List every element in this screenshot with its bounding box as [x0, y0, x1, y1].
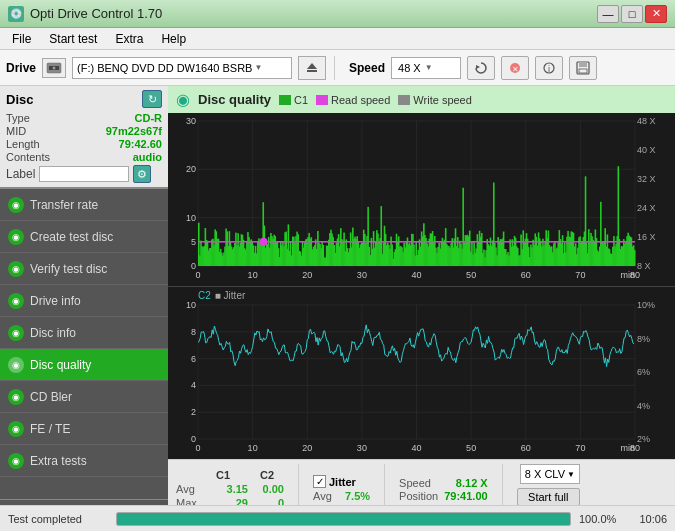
sidebar-item-cd-bler[interactable]: ◉ CD Bler — [0, 381, 168, 413]
sidebar-item-disc-info[interactable]: ◉ Disc info — [0, 317, 168, 349]
sidebar-item-drive-info-label: Drive info — [30, 294, 81, 308]
jitter-avg-label: Avg — [313, 490, 341, 502]
c1-chart-canvas — [168, 113, 675, 286]
sidebar-item-fe-te[interactable]: ◉ FE / TE — [0, 413, 168, 445]
svg-point-2 — [53, 66, 56, 69]
position-val: 79:41.00 — [444, 490, 487, 502]
status-text: Test completed — [8, 513, 108, 525]
menu-start-test[interactable]: Start test — [41, 30, 105, 48]
disc-mid-key: MID — [6, 125, 26, 137]
extra-tests-icon: ◉ — [8, 453, 24, 469]
jitter-avg-val: 7.5% — [345, 490, 370, 502]
legend-read-speed-color — [316, 95, 328, 105]
c1-chart — [168, 113, 675, 287]
disc-length-key: Length — [6, 138, 40, 150]
chart-header: ◉ Disc quality C1 Read speed Write speed — [168, 86, 675, 113]
chart-title: Disc quality — [198, 92, 271, 107]
disc-label-icon-button[interactable]: ⚙ — [133, 165, 151, 183]
clv-arrow: ▼ — [567, 470, 575, 479]
toolbar-separator — [334, 56, 335, 80]
sidebar-item-transfer-rate-label: Transfer rate — [30, 198, 98, 212]
content-area: ◉ Disc quality C1 Read speed Write speed — [168, 86, 675, 531]
sidebar-item-disc-quality[interactable]: ◉ Disc quality — [0, 349, 168, 381]
charts-container — [168, 113, 675, 459]
legend-write-speed-label: Write speed — [413, 94, 472, 106]
status-time: 10:06 — [627, 513, 667, 525]
erase-button[interactable]: ✕ — [501, 56, 529, 80]
legend-read-speed-label: Read speed — [331, 94, 390, 106]
svg-text:i: i — [548, 64, 550, 74]
disc-contents-key: Contents — [6, 151, 50, 163]
drive-icon — [42, 58, 66, 78]
menu-extra[interactable]: Extra — [107, 30, 151, 48]
svg-rect-12 — [579, 69, 587, 73]
sidebar-item-fe-te-label: FE / TE — [30, 422, 70, 436]
clv-dropdown[interactable]: 8 X CLV ▼ — [520, 464, 580, 484]
disc-mid-value: 97m22s67f — [106, 125, 162, 137]
speed-key: Speed — [399, 477, 431, 489]
position-key: Position — [399, 490, 438, 502]
speed-selector[interactable]: 48 X ▼ — [391, 57, 461, 79]
save-button[interactable] — [569, 56, 597, 80]
svg-rect-11 — [579, 62, 587, 67]
legend-c1: C1 — [279, 94, 308, 106]
sidebar-item-extra-tests[interactable]: ◉ Extra tests — [0, 445, 168, 477]
sidebar-item-verify-test-disc[interactable]: ◉ Verify test disc — [0, 253, 168, 285]
start-full-button[interactable]: Start full — [517, 488, 580, 506]
sidebar-item-verify-test-disc-label: Verify test disc — [30, 262, 107, 276]
sidebar-item-disc-quality-label: Disc quality — [30, 358, 91, 372]
svg-rect-4 — [307, 70, 317, 72]
legend-write-speed-color — [398, 95, 410, 105]
drive-label: Drive — [6, 61, 36, 75]
c2-jitter-chart-canvas — [168, 287, 675, 459]
sidebar-item-create-test-disc[interactable]: ◉ Create test disc — [0, 221, 168, 253]
speed-val: 8.12 X — [456, 477, 488, 489]
minimize-button[interactable]: — — [597, 5, 619, 23]
avg-c1: 3.15 — [212, 483, 248, 495]
refresh-button[interactable] — [467, 56, 495, 80]
avg-label: Avg — [176, 483, 204, 495]
drive-selector[interactable]: (F:) BENQ DVD DD DW1640 BSRB ▼ — [72, 57, 292, 79]
legend-write-speed: Write speed — [398, 94, 472, 106]
disc-length-value: 79:42.60 — [119, 138, 162, 150]
status-bar: Test completed 100.0% 10:06 — [0, 505, 675, 531]
disc-quality-chart-icon: ◉ — [176, 90, 190, 109]
window-controls: — □ ✕ — [597, 5, 667, 23]
status-percent: 100.0% — [579, 513, 619, 525]
menu-help[interactable]: Help — [153, 30, 194, 48]
disc-refresh-button[interactable]: ↻ — [142, 90, 162, 108]
maximize-button[interactable]: □ — [621, 5, 643, 23]
cd-bler-icon: ◉ — [8, 389, 24, 405]
sidebar-item-create-test-disc-label: Create test disc — [30, 230, 113, 244]
menu-file[interactable]: File — [4, 30, 39, 48]
transfer-rate-icon: ◉ — [8, 197, 24, 213]
fe-te-icon: ◉ — [8, 421, 24, 437]
menu-bar: File Start test Extra Help — [0, 28, 675, 50]
sidebar-item-transfer-rate[interactable]: ◉ Transfer rate — [0, 189, 168, 221]
legend-read-speed: Read speed — [316, 94, 390, 106]
toolbar: Drive (F:) BENQ DVD DD DW1640 BSRB ▼ Spe… — [0, 50, 675, 86]
disc-panel-title: Disc — [6, 92, 33, 107]
disc-info-icon: ◉ — [8, 325, 24, 341]
sidebar: Disc ↻ Type CD-R MID 97m22s67f Length 79… — [0, 86, 168, 531]
verify-test-disc-icon: ◉ — [8, 261, 24, 277]
sidebar-item-disc-info-label: Disc info — [30, 326, 76, 340]
eject-button[interactable] — [298, 56, 326, 80]
jitter-checkbox-row: ✓ Jitter — [313, 475, 370, 488]
info-button[interactable]: i — [535, 56, 563, 80]
disc-type-value: CD-R — [135, 112, 163, 124]
legend-c1-color — [279, 95, 291, 105]
jitter-checkbox[interactable]: ✓ — [313, 475, 326, 488]
avg-c2: 0.00 — [256, 483, 284, 495]
disc-contents-value: audio — [133, 151, 162, 163]
disc-type-key: Type — [6, 112, 30, 124]
disc-label-input[interactable] — [39, 166, 129, 182]
disc-quality-icon: ◉ — [8, 357, 24, 373]
sidebar-item-drive-info[interactable]: ◉ Drive info — [0, 285, 168, 317]
c2-jitter-chart — [168, 287, 675, 459]
stats-c2-header: C2 — [260, 469, 274, 481]
main-layout: Disc ↻ Type CD-R MID 97m22s67f Length 79… — [0, 86, 675, 531]
close-button[interactable]: ✕ — [645, 5, 667, 23]
svg-text:✕: ✕ — [512, 65, 519, 74]
app-title: Opti Drive Control 1.70 — [30, 6, 162, 21]
